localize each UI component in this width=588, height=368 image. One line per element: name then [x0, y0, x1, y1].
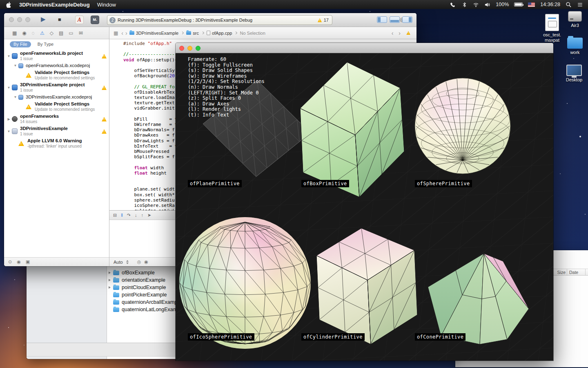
breadcrumb-file[interactable]: ofApp.cpp — [207, 31, 232, 36]
tree-row[interactable]: Apple LLVM 6.0 Warning-lpthread: 'linker… — [4, 137, 109, 150]
bluetooth-icon[interactable] — [461, 2, 468, 8]
of-3d-viewport[interactable]: Framerate: 60(f): Toggle Fullscreen(s): … — [176, 53, 553, 361]
menu-bar-clock[interactable]: 14:36:28 — [540, 2, 560, 7]
run-button[interactable]: ▶ — [41, 16, 46, 23]
project-navigator-icon[interactable]: ▦ — [12, 30, 17, 36]
variables-scope-icon[interactable]: ◎ — [137, 259, 141, 265]
disclosure-triangle-icon[interactable] — [109, 286, 111, 289]
step-into-icon[interactable]: ↓ — [135, 213, 137, 218]
minimize-button[interactable] — [187, 46, 192, 51]
tree-row[interactable]: Validate Project SettingsUpdate to recom… — [4, 69, 109, 81]
toggle-utilities-button[interactable] — [402, 16, 412, 23]
phone-icon[interactable] — [450, 2, 456, 8]
breadcrumb-project[interactable]: 3DPrimitivesExample — [129, 31, 179, 36]
battery-icon[interactable] — [514, 2, 523, 7]
close-button[interactable] — [9, 17, 14, 22]
warning-count[interactable]: 17 — [324, 18, 329, 22]
desktop-icon-work[interactable]: work — [563, 38, 587, 55]
tree-row[interactable]: ▼3DPrimitivesExample1 issue — [4, 125, 109, 137]
tree-row[interactable]: ▼3DPrimitivesExample project1 issue — [4, 81, 109, 94]
debug-navigator-icon[interactable]: ▤ — [59, 30, 63, 36]
tree-row[interactable]: ▼openFrameworksLib project1 issue — [4, 50, 109, 62]
info-line: (f): Toggle Fullscreen — [188, 63, 265, 68]
chevron-right-icon — [234, 31, 237, 34]
input-source-flag-icon[interactable] — [528, 2, 535, 7]
of-app-window[interactable]: Framerate: 60(f): Toggle Fullscreen(s): … — [176, 43, 553, 361]
maxpat-document-icon — [545, 14, 559, 31]
close-button[interactable] — [179, 46, 184, 51]
desktop-icon-osc-test[interactable]: osc_test. maxpat — [540, 14, 564, 43]
spotlight-search-icon[interactable] — [566, 2, 572, 8]
tab-by-file[interactable]: By File — [10, 41, 31, 47]
primitive-label: ofIcoSpherePrimitive — [188, 333, 254, 341]
report-navigator-icon[interactable]: ✉ — [79, 30, 83, 36]
step-out-icon[interactable]: ↑ — [141, 213, 143, 218]
folder-icon — [129, 31, 134, 35]
flag-filter-icon[interactable]: ▣ — [26, 259, 30, 265]
column-divider[interactable] — [567, 269, 567, 275]
folder-icon — [186, 31, 191, 35]
desktop-icon-label: Air3 — [563, 23, 587, 28]
navigator-filter-bar: ⊙◉▣ — [4, 257, 109, 266]
minimize-button[interactable] — [17, 17, 22, 22]
info-filter-icon[interactable]: ◉ — [17, 259, 21, 265]
zoom-button[interactable] — [25, 17, 30, 22]
stop-button[interactable]: ■ — [58, 16, 61, 22]
test-navigator-icon[interactable]: ◇ — [50, 30, 53, 36]
apple-menu-icon[interactable] — [6, 2, 12, 8]
hide-debug-area-icon[interactable]: ⊟ — [113, 213, 117, 218]
notification-center-icon[interactable] — [577, 2, 583, 8]
tree-row[interactable]: ▶openFrameworks14 issues — [4, 113, 109, 125]
tree-row[interactable]: ▼3DPrimitivesExample.xcodeproj — [4, 94, 109, 101]
chevron-updown-icon — [126, 260, 129, 264]
volume-icon[interactable] — [484, 2, 490, 8]
wifi-icon[interactable] — [473, 2, 479, 8]
back-icon[interactable]: ‹ — [121, 30, 123, 36]
search-navigator-icon[interactable]: ◌ — [32, 30, 35, 36]
of-info-text: Framerate: 60(f): Toggle Fullscreen(s): … — [188, 57, 265, 118]
quicklook-icon[interactable]: ◉ — [144, 259, 148, 265]
tree-row[interactable]: ▼openFrameworksLib.xcodeproj — [4, 62, 109, 69]
symbol-navigator-icon[interactable]: ◉ — [22, 30, 26, 36]
zoom-button[interactable] — [196, 46, 200, 51]
breadcrumb-selection[interactable]: No Selection — [240, 31, 265, 36]
column-size[interactable]: Size — [552, 270, 566, 275]
forward-history-icon[interactable]: › — [399, 30, 401, 36]
column-date[interactable]: Date — [569, 270, 578, 275]
tree-row[interactable]: Validate Project SettingsUpdate to recom… — [4, 101, 109, 113]
menu-item-window[interactable]: Window — [97, 2, 116, 8]
jump-bar[interactable]: ▦ ‹ › 3DPrimitivesExample src ofApp.cpp — [109, 27, 416, 39]
file-name: orientationExample — [122, 277, 165, 283]
issue-warning-icon[interactable] — [406, 31, 410, 35]
desktop-icon-air3[interactable]: Air3 — [563, 11, 587, 28]
recent-filter-icon[interactable]: ⊙ — [8, 259, 12, 265]
battery-percentage[interactable]: 100% — [496, 2, 509, 7]
of-titlebar[interactable] — [176, 43, 553, 53]
activity-viewer: 2 Running 3DPrimitivesExampleDebug : 3DP… — [107, 15, 332, 25]
xcode-titlebar[interactable]: ▶ ■ A M. 2 Running 3DPrimitivesExampleDe… — [4, 13, 416, 27]
related-items-icon[interactable]: ▦ — [114, 30, 118, 36]
disclosure-triangle-icon[interactable] — [109, 272, 111, 274]
debug-location-icon[interactable]: ➤ — [147, 213, 151, 218]
active-app-name[interactable]: 3DPrimitivesExampleDebug — [19, 2, 90, 8]
desktop-icon-label: Desktop — [562, 77, 586, 83]
variables-scope-dropdown[interactable]: Auto — [114, 260, 123, 265]
pause-icon[interactable]: ‖ — [121, 213, 123, 218]
toggle-navigator-button[interactable] — [377, 16, 387, 23]
project-icon — [12, 53, 18, 59]
info-line: (1/2/3/4): Set Resolutions — [188, 79, 265, 85]
forward-icon[interactable]: › — [125, 30, 127, 36]
issue-navigator-icon[interactable]: ⚠ — [40, 30, 45, 36]
step-over-icon[interactable]: ↷ — [127, 213, 131, 218]
tab-by-type[interactable]: By Type — [38, 42, 54, 47]
warning-badge-icon — [102, 129, 107, 134]
info-line: (s): Draw Solid Shapes — [188, 68, 265, 74]
back-history-icon[interactable]: ‹ — [392, 30, 394, 36]
breadcrumb-src[interactable]: src — [186, 31, 199, 36]
desktop-icon-desktop[interactable]: Desktop — [562, 65, 586, 83]
column-divider[interactable] — [585, 269, 586, 275]
file-name: pointCloudExample — [122, 285, 166, 290]
toggle-debug-area-button[interactable] — [390, 16, 400, 23]
disclosure-triangle-icon[interactable] — [109, 279, 111, 281]
breakpoint-navigator-icon[interactable]: ▭ — [69, 30, 73, 36]
